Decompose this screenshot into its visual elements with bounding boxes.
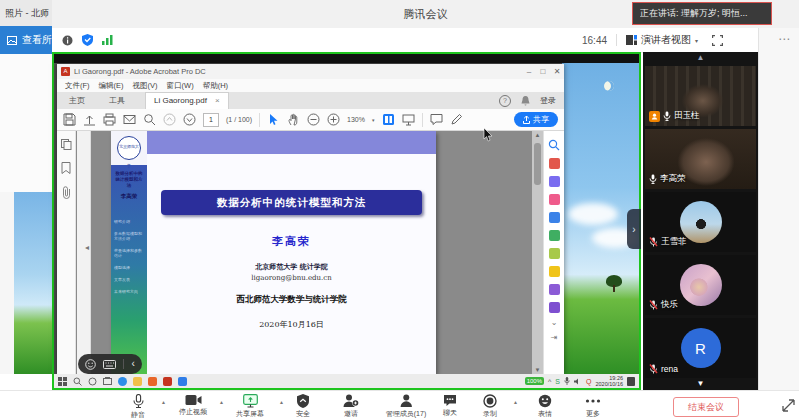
hand-tool-icon[interactable] — [287, 113, 300, 126]
fullscreen-icon[interactable] — [712, 35, 723, 46]
mute-options-caret[interactable]: ▲ — [161, 399, 166, 405]
tencent-meeting-taskbar-icon[interactable] — [178, 377, 187, 386]
attachments-icon[interactable] — [62, 186, 71, 199]
tray-qq-icon[interactable]: Q — [586, 377, 591, 386]
photos-view-all-button[interactable]: 查看所 — [0, 26, 58, 54]
sign-in-button[interactable]: 登录 — [540, 93, 556, 109]
previous-page-icon[interactable] — [163, 113, 176, 126]
nav-toc-item[interactable]: 文章发表 — [114, 277, 145, 282]
maximize-button[interactable]: □ — [536, 67, 550, 76]
page-display-icon[interactable] — [382, 113, 395, 126]
zoom-out-icon[interactable] — [307, 113, 320, 126]
upload-cloud-icon[interactable] — [83, 113, 96, 126]
pen-icon[interactable] — [450, 113, 463, 126]
help-icon[interactable]: ? — [499, 95, 511, 107]
find-tool-icon[interactable] — [548, 139, 560, 151]
edge-taskbar-icon[interactable] — [118, 377, 127, 386]
acrobat-nav-panel[interactable]: ◂ — [77, 131, 91, 374]
more-options-icon[interactable]: ⋯ — [778, 32, 791, 46]
start-button-icon[interactable] — [58, 377, 67, 386]
tools-collapse-icon[interactable]: ⇥ — [551, 333, 558, 342]
participant-video-tile[interactable]: 快乐 — [645, 255, 756, 315]
print-icon[interactable] — [103, 113, 116, 126]
task-view-icon[interactable] — [103, 377, 112, 386]
organize-pages-tool-icon[interactable] — [549, 248, 560, 259]
nav-toc-item[interactable]: 研究介绍 — [114, 219, 145, 224]
end-meeting-button[interactable]: 结束会议 — [673, 397, 739, 417]
acrobat-share-button[interactable]: 共享 — [514, 112, 558, 127]
reactions-button[interactable]: 表情 — [538, 394, 552, 419]
mute-button[interactable]: 静音 — [131, 394, 145, 420]
acrobat-taskbar-icon[interactable] — [163, 377, 172, 386]
tab-document[interactable]: Li Gaorong.pdf × — [145, 92, 229, 109]
action-center-icon[interactable] — [627, 377, 635, 386]
tools-scroll-down-icon[interactable]: ⌄ — [551, 320, 558, 326]
security-button[interactable]: 安全 — [296, 394, 310, 419]
emoji-icon[interactable] — [85, 359, 96, 370]
scrollbar-thumb[interactable] — [534, 143, 541, 185]
combine-files-tool-icon[interactable] — [549, 230, 560, 241]
fill-sign-tool-icon[interactable] — [549, 284, 560, 295]
create-pdf-tool-icon[interactable] — [549, 176, 560, 187]
participants-scroll-down-icon[interactable]: ▼ — [643, 380, 758, 388]
record-options-caret[interactable]: ▲ — [513, 399, 518, 405]
meeting-annotation-toolbar[interactable]: ‹ — [78, 354, 142, 374]
collapse-toolbar-icon[interactable]: ‹ — [132, 359, 135, 369]
comment-bubble-icon[interactable] — [430, 113, 443, 126]
battery-indicator[interactable]: 100% — [525, 377, 544, 385]
tab-home[interactable]: 主页 — [57, 93, 97, 109]
more-button[interactable]: 更多 — [585, 394, 601, 419]
minimize-button[interactable]: – — [522, 67, 536, 76]
resize-handle-icon[interactable] — [781, 398, 796, 413]
participant-video-tile[interactable]: 李高荣 — [645, 129, 756, 189]
more-tools-icon[interactable] — [549, 302, 560, 313]
document-scrollbar[interactable]: ▲ ▼ — [532, 131, 543, 374]
share-file-tool-icon[interactable] — [549, 212, 560, 223]
zoom-level-value[interactable]: 130% — [347, 116, 365, 123]
participant-video-tile[interactable]: 田玉柱 — [645, 66, 756, 126]
tray-expand-icon[interactable]: ^ — [548, 377, 551, 386]
scrollbar-up-icon[interactable]: ▲ — [532, 132, 543, 138]
search-icon[interactable] — [143, 113, 156, 126]
save-icon[interactable] — [63, 113, 76, 126]
zoom-dropdown-icon[interactable]: ▾ — [372, 117, 375, 123]
menu-file[interactable]: 文件(F) — [65, 81, 90, 91]
email-icon[interactable] — [123, 113, 136, 126]
presentation-mode-icon[interactable] — [402, 113, 415, 126]
nav-toc-item[interactable]: 多元数据模型和方法介绍 — [114, 231, 145, 241]
notifications-bell-icon[interactable] — [521, 96, 530, 106]
next-page-icon[interactable] — [183, 113, 196, 126]
panel-collapse-icon[interactable]: ◂ — [85, 243, 89, 252]
cortana-icon[interactable] — [88, 377, 97, 386]
sidebar-expand-handle[interactable]: › — [627, 209, 641, 249]
comment-tool-icon[interactable] — [549, 266, 560, 277]
zoom-in-icon[interactable] — [327, 113, 340, 126]
menu-window[interactable]: 窗口(W) — [167, 81, 194, 91]
tray-sogou-icon[interactable]: S — [555, 377, 560, 386]
tab-close-icon[interactable]: × — [215, 93, 220, 109]
menu-edit[interactable]: 编辑(E) — [99, 81, 124, 91]
share-options-caret[interactable]: ▲ — [279, 399, 284, 405]
view-mode-button[interactable]: 演讲者视图 ▾ — [626, 33, 698, 47]
page-number-input[interactable]: 1 — [203, 113, 219, 127]
tray-mic-icon[interactable] — [564, 377, 570, 385]
acrobat-titlebar[interactable]: A Li Gaorong.pdf - Adobe Acrobat Pro DC … — [57, 64, 564, 79]
invite-button[interactable]: 邀请 — [343, 394, 359, 419]
bookmarks-icon[interactable] — [61, 162, 71, 174]
export-pdf-tool-icon[interactable] — [549, 158, 560, 169]
nav-toc-item[interactable]: 模型选择 — [114, 265, 145, 270]
office-taskbar-icon[interactable] — [148, 377, 157, 386]
tab-tools[interactable]: 工具 — [97, 93, 137, 109]
tray-volume-icon[interactable] — [574, 378, 582, 385]
share-screen-button[interactable]: 共享屏幕 — [236, 394, 264, 419]
taskbar-clock[interactable]: 19:26 2020/10/16 — [595, 375, 623, 387]
scrollbar-down-icon[interactable]: ▼ — [532, 367, 543, 373]
stop-video-button[interactable]: 停止视频 — [179, 394, 207, 417]
participant-video-tile[interactable]: 王雪菲 — [645, 192, 756, 252]
select-tool-icon[interactable] — [267, 113, 280, 126]
taskbar-search-icon[interactable] — [73, 377, 82, 386]
close-button[interactable]: ✕ — [550, 67, 564, 76]
menu-help[interactable]: 帮助(H) — [203, 81, 228, 91]
participant-video-tile[interactable]: R rena — [645, 318, 756, 378]
manage-members-button[interactable]: 管理成员(17) — [386, 394, 426, 419]
